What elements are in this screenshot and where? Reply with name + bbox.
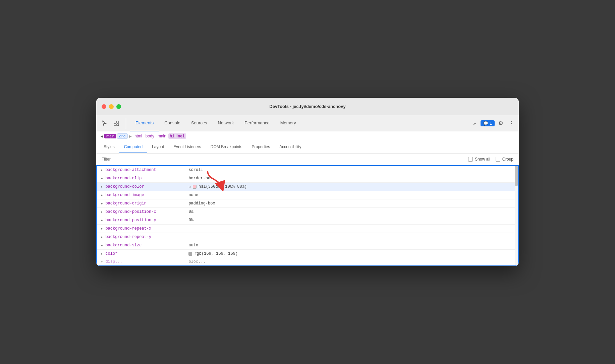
prop-name: color [105,251,186,256]
expand-icon[interactable]: ▶ [101,168,103,172]
prop-name: background-position-x [105,209,186,214]
scrollbar-thumb[interactable] [515,166,518,186]
style-tab-event-listeners[interactable]: Event Listeners [169,141,206,153]
expand-icon[interactable]: ▶ [101,219,103,222]
show-all-label: Show all [475,157,490,162]
computed-properties-panel: ▶ background-attachment scroll ▶ backgro… [96,165,519,266]
prop-row-background-color: ▶ background-color ⊙ hsl(350deg 100% 88%… [97,183,518,191]
expand-icon[interactable]: ▶ [101,210,103,214]
group-checkbox-box[interactable] [496,157,500,162]
expand-icon[interactable]: ▶ [101,227,103,231]
prop-row-background-image: ▶ background-image none [97,191,518,199]
inspect-icon[interactable] [111,118,122,129]
main-tabbar: Elements Console Sources Network Perform… [96,115,519,131]
prop-row-display: ▶ disp... bloc... [97,258,518,265]
scrollbar-track [515,166,518,265]
expand-icon[interactable]: ▶ [101,244,103,247]
breadcrumb-back-icon[interactable]: ◀ [101,134,103,138]
breadcrumb-tag: main [104,134,116,138]
breadcrumb-body[interactable]: body [144,133,156,139]
prop-value: auto [188,243,198,248]
prop-name: background-clip [105,176,186,181]
prop-value: none [188,193,198,197]
style-tab-dom-breakpoints[interactable]: DOM Breakpoints [206,141,247,153]
style-tabs: Styles Computed Layout Event Listeners D… [96,141,519,154]
style-tab-layout[interactable]: Layout [147,141,169,153]
group-label: Group [502,157,513,162]
tab-sources[interactable]: Sources [186,115,213,131]
tab-performance[interactable]: Performance [239,115,275,131]
prop-value: padding-box [188,201,215,206]
chat-icon: 💬 [483,121,488,126]
prop-row-background-attachment: ▶ background-attachment scroll [97,166,518,174]
style-tab-accessibility[interactable]: Accessibility [275,141,306,153]
show-all-checkbox[interactable]: Show all [468,157,490,162]
prop-row-background-origin: ▶ background-origin padding-box [97,199,518,208]
prop-row-color: ▶ color rgb(169, 169, 169) [97,250,518,258]
prop-value: border-box [188,176,213,181]
prop-value: 0% [188,209,193,214]
tab-console[interactable]: Console [159,115,186,131]
tabbar-right: » 💬 1 ⚙ ⋮ [470,119,516,128]
filter-bar: Show all Group [96,154,519,165]
minimize-button[interactable] [109,104,114,109]
chat-count: 1 [490,121,492,126]
show-all-checkbox-box[interactable] [468,157,473,162]
tab-elements[interactable]: Elements [130,115,159,131]
breadcrumb-badge: grid [117,133,128,139]
expand-icon[interactable]: ▶ [101,185,103,189]
svg-rect-2 [114,124,116,126]
style-tab-computed[interactable]: Computed [119,141,147,153]
expand-icon[interactable]: ▶ [101,193,103,197]
prop-value: bloc... [188,259,205,264]
settings-button[interactable]: ⚙ [496,119,505,128]
expand-icon[interactable]: ▶ [101,177,103,180]
prop-value: 0% [188,218,193,223]
titlebar: DevTools - jec.fyi/demo/cds-anchovy [96,98,519,115]
prop-row-background-clip: ▶ background-clip border-box [97,174,518,183]
filter-input[interactable] [102,157,169,162]
style-tab-properties[interactable]: Properties [247,141,275,153]
prop-row-background-position-y: ▶ background-position-y 0% [97,216,518,225]
window-title: DevTools - jec.fyi/demo/cds-anchovy [269,104,345,109]
svg-rect-1 [117,121,119,123]
prop-row-background-position-x: ▶ background-position-x 0% [97,208,518,216]
prop-row-background-repeat-x: ▶ background-repeat-x [97,225,518,233]
prop-row-background-size: ▶ background-size auto [97,241,518,250]
prop-name: background-position-y [105,218,186,223]
breadcrumb-html[interactable]: html [133,133,144,139]
breadcrumb-selected[interactable]: h1.line1 [168,133,186,139]
expand-icon[interactable]: ▶ [101,235,103,239]
maximize-button[interactable] [116,104,121,109]
filter-options: Show all Group [468,157,513,162]
more-tabs-button[interactable]: » [470,119,479,128]
expand-icon[interactable]: ▶ [101,252,103,256]
more-options-button[interactable]: ⋮ [507,119,516,128]
traffic-lights [102,104,121,109]
prop-name: disp... [105,259,186,264]
prop-name: background-attachment [105,168,186,172]
prop-value: ⊙ hsl(350deg 100% 88%) [188,184,247,189]
color-swatch[interactable] [188,252,192,256]
prop-value: scroll [188,168,203,172]
breadcrumb-main[interactable]: main [156,133,168,139]
chat-badge[interactable]: 💬 1 [481,120,495,126]
group-checkbox[interactable]: Group [496,157,513,162]
style-tab-styles[interactable]: Styles [99,141,119,153]
prop-name: background-size [105,243,186,248]
prop-name: background-origin [105,201,186,206]
close-button[interactable] [102,104,106,109]
svg-rect-0 [114,121,116,123]
cursor-icon[interactable] [99,118,110,129]
prop-name: background-image [105,193,186,197]
expand-icon[interactable]: ▶ [101,260,103,263]
toolbar-icons [99,118,126,129]
prop-name: background-color [105,184,186,189]
tab-network[interactable]: Network [213,115,239,131]
prop-value: rgb(169, 169, 169) [188,251,238,256]
expand-icon[interactable]: ▶ [101,202,103,205]
tab-memory[interactable]: Memory [275,115,301,131]
inherited-icon: ⊙ [188,185,191,189]
color-swatch[interactable] [193,185,197,189]
prop-row-background-repeat-y: ▶ background-repeat-y [97,233,518,241]
